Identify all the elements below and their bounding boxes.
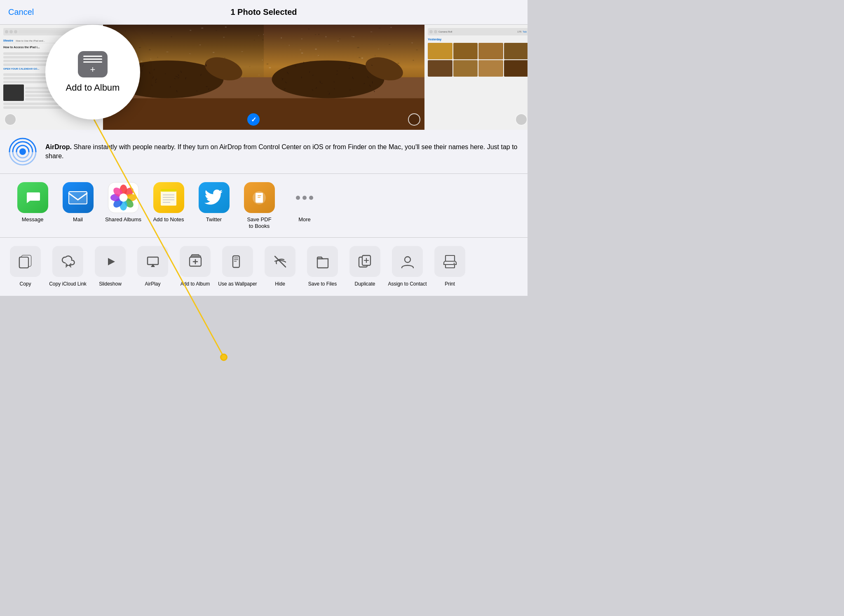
photo-item-web2[interactable]: Camera Roll 175 Tab Yesterday (424, 25, 528, 130)
svg-rect-33 (233, 256, 239, 267)
app-item-message[interactable]: Message (10, 182, 55, 223)
action-item-save-to-files[interactable]: Save to Files (303, 246, 342, 288)
action-label-print: Print (445, 281, 455, 288)
dot2 (302, 196, 307, 200)
save-to-files-icon-box (307, 246, 338, 277)
page-title: 1 Photo Selected (230, 7, 297, 17)
svg-point-0 (19, 148, 26, 155)
svg-rect-17 (161, 189, 176, 192)
duplicate-icon-box (349, 246, 380, 277)
app-label-more: More (298, 216, 311, 223)
app-item-books[interactable]: Save PDF to Books (237, 182, 282, 229)
action-label-assign-contact: Assign to Contact (388, 281, 427, 288)
icloud-link-icon-box (52, 246, 83, 277)
print-icon-box (434, 246, 465, 277)
svg-rect-12 (161, 191, 176, 206)
slideshow-icon-box (95, 246, 126, 277)
action-item-duplicate[interactable]: Duplicate (345, 246, 384, 288)
action-label-hide: Hide (275, 281, 285, 288)
callout-dot (220, 354, 227, 361)
photo-item-dog1[interactable]: ✓ (103, 25, 264, 130)
cancel-button[interactable]: Cancel (8, 7, 34, 17)
action-row: Copy Copy iCloud Link Slideshow AirPlay (0, 238, 528, 296)
app-share-row: Message Mail Sh (0, 174, 528, 238)
action-item-add-to-album[interactable]: Add to Album (176, 246, 215, 288)
svg-rect-19 (258, 197, 260, 198)
dot3 (309, 196, 313, 200)
action-label-add-to-album: Add to Album (181, 281, 210, 288)
mail-app-icon (63, 182, 94, 213)
app-label-books: Save PDF to Books (247, 216, 271, 229)
action-item-wallpaper[interactable]: Use as Wallpaper (218, 246, 257, 288)
add-to-album-icon-box (180, 246, 211, 277)
photo-strip: lifewire How to Use the iPad and... How … (0, 25, 528, 130)
app-label-message: Message (22, 216, 44, 223)
svg-point-11 (119, 194, 127, 202)
app-item-shared-albums[interactable]: Shared Albums (101, 182, 146, 223)
photo-item-web1[interactable]: lifewire How to Use the iPad and... How … (0, 25, 103, 130)
message-app-icon (17, 182, 48, 213)
app-label-twitter: Twitter (206, 216, 222, 223)
app-label-shared-albums: Shared Albums (105, 216, 141, 223)
action-item-print[interactable]: Print (430, 246, 469, 288)
app-label-notes: Add to Notes (153, 216, 184, 223)
app-label-mail: Mail (73, 216, 83, 223)
action-label-save-to-files: Save to Files (308, 281, 337, 288)
photo-select-circle-web1[interactable] (4, 113, 16, 126)
assign-contact-icon-box (392, 246, 423, 277)
airdrop-description: AirDrop. Share instantly with people nea… (45, 143, 519, 161)
action-item-assign-contact[interactable]: Assign to Contact (388, 246, 427, 288)
app-item-notes[interactable]: Add to Notes (146, 182, 191, 223)
airdrop-section: AirDrop. Share instantly with people nea… (0, 130, 528, 174)
app-item-mail[interactable]: Mail (55, 182, 101, 223)
notes-app-icon (153, 182, 184, 213)
action-label-duplicate: Duplicate (354, 281, 375, 288)
svg-rect-26 (148, 257, 158, 265)
action-label-airplay: AirPlay (145, 281, 160, 288)
svg-rect-30 (192, 255, 199, 256)
airdrop-icon (8, 137, 37, 166)
dot1 (296, 196, 300, 200)
svg-rect-23 (19, 257, 28, 268)
app-item-more[interactable]: More (282, 182, 327, 223)
hide-icon-box (265, 246, 295, 277)
svg-point-45 (453, 262, 455, 264)
photo-select-check[interactable]: ✓ (247, 113, 260, 126)
action-label-slideshow: Slideshow (99, 281, 122, 288)
copy-icon-box (10, 246, 41, 277)
svg-rect-1 (69, 192, 87, 204)
more-apps-icon (289, 182, 320, 213)
shared-albums-icon (108, 182, 139, 213)
action-label-wallpaper: Use as Wallpaper (218, 281, 257, 288)
app-item-twitter[interactable]: Twitter (191, 182, 237, 223)
wallpaper-icon-box (222, 246, 253, 277)
action-item-airplay[interactable]: AirPlay (133, 246, 172, 288)
twitter-app-icon (199, 182, 230, 213)
svg-marker-25 (108, 258, 115, 265)
header: Cancel 1 Photo Selected (0, 0, 528, 25)
svg-point-42 (405, 257, 410, 262)
action-item-icloud-link[interactable]: Copy iCloud Link (48, 246, 87, 288)
action-item-copy[interactable]: Copy (6, 246, 45, 288)
svg-rect-43 (445, 255, 455, 261)
photo-item-dog2[interactable] (264, 25, 424, 130)
action-label-copy: Copy (19, 281, 31, 288)
photo-select-empty-dog2[interactable] (408, 113, 420, 126)
action-item-slideshow[interactable]: Slideshow (91, 246, 130, 288)
action-label-icloud-link: Copy iCloud Link (49, 281, 87, 288)
action-item-hide[interactable]: Hide (260, 246, 300, 288)
airplay-icon-box (137, 246, 168, 277)
books-app-icon (244, 182, 275, 213)
svg-rect-18 (258, 195, 261, 196)
photo-select-empty-web2[interactable] (515, 113, 528, 126)
